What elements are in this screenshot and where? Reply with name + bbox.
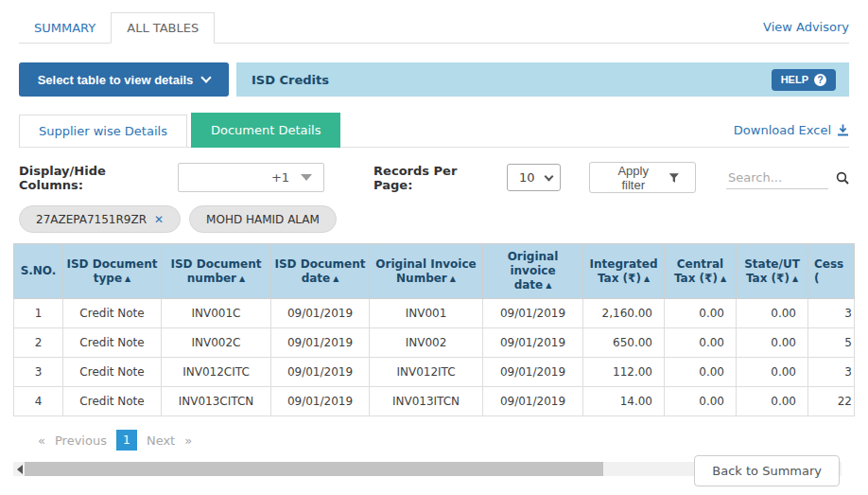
- pagination-page-1[interactable]: 1: [116, 430, 137, 451]
- cell-cess: 22: [808, 387, 855, 416]
- cell-central-tax: 0.00: [665, 299, 737, 328]
- cell-orig-inv-number: INV012ITC: [370, 358, 483, 387]
- chip-gstin[interactable]: 27AZEPA7151R9ZR ✕: [19, 205, 181, 233]
- cell-integrated-tax: 14.00: [583, 387, 665, 416]
- cell-sno: 4: [14, 387, 63, 416]
- cell-cess: 3: [808, 358, 855, 387]
- sort-asc-icon[interactable]: ▲: [239, 274, 245, 283]
- col-header-isd-document-date[interactable]: ISD Document date▲: [271, 244, 370, 299]
- cell-orig-inv-number: INV013ITCN: [370, 387, 483, 416]
- tab-all-tables[interactable]: ALL TABLES: [111, 12, 215, 44]
- tab-summary[interactable]: SUMMARY: [19, 13, 111, 43]
- table-controls: Display/Hide Columns: +1 Records Per Pag…: [19, 162, 849, 193]
- col-header-sno: S.NO.: [14, 244, 63, 299]
- cell-orig-inv-date: 09/01/2019: [483, 358, 583, 387]
- download-excel-label: Download Excel: [734, 123, 831, 137]
- display-hide-columns-dropdown[interactable]: +1: [178, 163, 324, 192]
- chip-trade-name-label: MOHD HAMID ALAM: [206, 213, 320, 226]
- col-header-isd-document-type[interactable]: ISD Document type▲: [63, 244, 162, 299]
- search-area: [726, 167, 849, 189]
- cell-state-ut-tax: 0.00: [737, 358, 808, 387]
- cell-sno: 3: [14, 358, 63, 387]
- table-row: 1 Credit Note INV001C 09/01/2019 INV001 …: [14, 299, 855, 328]
- page-title: ISD Credits: [252, 73, 329, 87]
- filter-funnel-icon: [668, 172, 680, 184]
- col-header-original-invoice-number[interactable]: Original Invoice Number▲: [370, 244, 483, 299]
- view-advisory-link[interactable]: View Advisory: [763, 20, 849, 43]
- sort-asc-icon[interactable]: ▲: [333, 274, 339, 283]
- col-header-isd-document-number[interactable]: ISD Document number▲: [162, 244, 271, 299]
- col-header-state-ut-tax[interactable]: State/UT Tax (₹)▲: [737, 244, 808, 299]
- cell-doc-type: Credit Note: [63, 387, 162, 416]
- cell-doc-type: Credit Note: [63, 328, 162, 358]
- pagination-first[interactable]: «: [38, 433, 45, 448]
- scrollbar-thumb[interactable]: [25, 462, 603, 476]
- cell-orig-inv-date: 09/01/2019: [483, 387, 583, 416]
- cell-orig-inv-date: 09/01/2019: [483, 299, 583, 328]
- cell-integrated-tax: 112.00: [583, 358, 665, 387]
- records-per-page-select[interactable]: 10: [507, 164, 561, 191]
- cell-doc-date: 09/01/2019: [271, 387, 370, 416]
- cell-doc-number: INV001C: [162, 299, 271, 328]
- col-header-integrated-tax[interactable]: Integrated Tax (₹)▲: [583, 244, 665, 299]
- cell-doc-date: 09/01/2019: [271, 358, 370, 387]
- question-circle-icon: ?: [814, 74, 826, 86]
- sort-asc-icon[interactable]: ▲: [125, 274, 130, 283]
- table-row: 3 Credit Note INV012CITC 09/01/2019 INV0…: [14, 358, 855, 387]
- sort-asc-icon[interactable]: ▲: [450, 274, 456, 283]
- display-hide-columns-label: Display/Hide Columns:: [19, 164, 170, 192]
- cell-sno: 1: [14, 299, 63, 328]
- back-to-summary-button[interactable]: Back to Summary: [694, 455, 840, 486]
- cell-orig-inv-date: 09/01/2019: [483, 328, 583, 358]
- download-excel-link[interactable]: Download Excel: [734, 123, 849, 147]
- records-per-page-value: 10: [519, 170, 535, 185]
- isd-credits-page: SUMMARY ALL TABLES View Advisory Select …: [0, 0, 868, 495]
- sort-asc-icon[interactable]: ▲: [546, 281, 551, 290]
- pagination-previous[interactable]: Previous: [55, 433, 107, 448]
- select-table-label: Select table to view details: [38, 73, 194, 87]
- display-hide-columns-value: +1: [271, 170, 289, 185]
- cell-state-ut-tax: 0.00: [737, 328, 808, 358]
- apply-filter-button[interactable]: Apply filter: [589, 162, 696, 193]
- chevron-down-icon: [201, 72, 212, 82]
- cell-integrated-tax: 2,160.00: [583, 299, 665, 328]
- cell-state-ut-tax: 0.00: [737, 387, 808, 416]
- search-icon[interactable]: [836, 171, 849, 185]
- pagination: « Previous 1 Next »: [38, 430, 868, 451]
- table-row: 2 Credit Note INV002C 09/01/2019 INV002 …: [14, 328, 855, 358]
- sort-asc-icon[interactable]: ▲: [644, 274, 650, 283]
- cell-doc-type: Credit Note: [63, 358, 162, 387]
- table-header-row: S.NO. ISD Document type▲ ISD Document nu…: [14, 244, 855, 299]
- col-header-cess[interactable]: Cess (: [808, 244, 855, 299]
- cell-cess: 3: [808, 299, 855, 328]
- documents-table-wrap: S.NO. ISD Document type▲ ISD Document nu…: [13, 243, 855, 416]
- cell-doc-type: Credit Note: [63, 299, 162, 328]
- records-per-page-label: Records Per Page:: [373, 164, 497, 192]
- pagination-next[interactable]: Next: [147, 433, 175, 448]
- cell-doc-number: INV002C: [162, 328, 271, 358]
- pagination-last[interactable]: »: [184, 433, 192, 448]
- cell-orig-inv-number: INV001: [370, 299, 483, 328]
- select-table-dropdown-button[interactable]: Select table to view details: [19, 62, 229, 97]
- chevron-down-icon: [545, 171, 554, 181]
- tab-supplier-wise-details[interactable]: Supplier wise Details: [19, 115, 187, 147]
- chip-trade-name[interactable]: MOHD HAMID ALAM: [189, 205, 337, 233]
- help-button[interactable]: HELP ?: [772, 69, 836, 91]
- table-row: 4 Credit Note INV013CITCN 09/01/2019 INV…: [14, 387, 855, 416]
- cell-doc-number: INV013CITCN: [162, 387, 271, 416]
- tab-document-details[interactable]: Document Details: [191, 113, 341, 148]
- cell-sno: 2: [14, 328, 63, 358]
- search-input[interactable]: [726, 167, 828, 189]
- cell-doc-date: 09/01/2019: [271, 328, 370, 358]
- close-icon[interactable]: ✕: [154, 213, 164, 226]
- cell-central-tax: 0.00: [665, 387, 737, 416]
- documents-table: S.NO. ISD Document type▲ ISD Document nu…: [13, 243, 855, 416]
- col-header-central-tax[interactable]: Central Tax (₹)▲: [665, 244, 737, 299]
- col-header-original-invoice-date[interactable]: Original invoice date▲: [483, 244, 583, 299]
- cell-central-tax: 0.00: [665, 358, 737, 387]
- cell-doc-number: INV012CITC: [162, 358, 271, 387]
- sort-asc-icon[interactable]: ▲: [720, 274, 726, 283]
- sort-asc-icon[interactable]: ▲: [792, 274, 798, 283]
- help-label: HELP: [781, 74, 808, 85]
- table-title-bar: ISD Credits HELP ?: [236, 62, 849, 97]
